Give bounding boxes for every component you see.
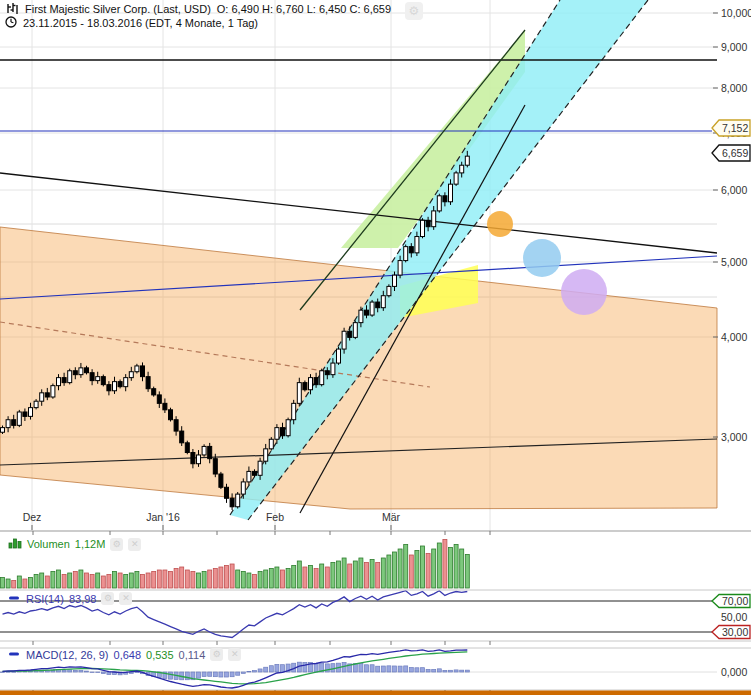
volume-bar bbox=[34, 575, 38, 589]
main-chart[interactable]: 10,0009,0008,0007,0006,0005,0004,0003,00… bbox=[0, 0, 751, 695]
volume-bar bbox=[62, 575, 66, 589]
volume-bar bbox=[449, 548, 453, 589]
volume-bar bbox=[432, 549, 436, 588]
candle-body bbox=[191, 452, 195, 463]
candle-body bbox=[292, 403, 296, 419]
macd-histogram-bar bbox=[219, 672, 223, 677]
volume-settings-button[interactable]: ⚙ bbox=[110, 538, 123, 551]
candle-body bbox=[40, 393, 44, 401]
volume-bar bbox=[73, 572, 77, 589]
chart-settings-button[interactable]: ⚙ bbox=[405, 2, 423, 20]
candle-body bbox=[393, 275, 397, 286]
candle-body bbox=[230, 498, 234, 506]
candle-body bbox=[51, 386, 55, 397]
date-range-label: 23.11.2015 - 18.03.2016 (EDT, 4 Monate, … bbox=[23, 17, 258, 29]
candle-body bbox=[152, 389, 156, 395]
volume-bar bbox=[353, 561, 357, 588]
candle-body bbox=[146, 377, 150, 389]
macd-histogram-bar bbox=[437, 669, 441, 672]
bottom-scroll-bar[interactable] bbox=[0, 691, 751, 695]
rsi-settings-button[interactable]: ⚙ bbox=[101, 592, 114, 605]
purple-marker-circle bbox=[561, 269, 607, 315]
volume-bar bbox=[370, 560, 374, 589]
candle-body bbox=[1, 428, 5, 433]
candle-body bbox=[409, 247, 413, 253]
rsi-value: 83,98 bbox=[69, 593, 97, 605]
macd-histogram-bar bbox=[230, 672, 234, 677]
rsi-level-tag: 70,00 bbox=[722, 595, 748, 607]
macd-close-button[interactable]: ✕ bbox=[228, 648, 241, 661]
rsi-close-button[interactable]: ✕ bbox=[119, 592, 132, 605]
orange-marker-circle bbox=[487, 211, 513, 237]
candle-body bbox=[174, 420, 178, 431]
volume-bar bbox=[45, 576, 49, 588]
price-axis-label: 6,000 bbox=[721, 184, 747, 196]
candle-body bbox=[247, 471, 251, 482]
volume-bar bbox=[409, 555, 413, 588]
candle-body bbox=[12, 420, 16, 426]
macd-histogram-bar bbox=[258, 669, 262, 672]
volume-bar bbox=[381, 558, 385, 588]
rsi-label: RSI(14) bbox=[26, 593, 64, 605]
volume-bar bbox=[213, 569, 217, 589]
volume-bar bbox=[96, 573, 100, 588]
candle-body bbox=[34, 401, 38, 407]
candle-body bbox=[96, 377, 100, 381]
month-label: Jan '16 bbox=[146, 511, 180, 523]
candle-body bbox=[101, 377, 105, 385]
candle-body bbox=[129, 372, 133, 378]
volume-bar bbox=[241, 572, 245, 589]
candle-body bbox=[113, 382, 117, 391]
macd-histogram-bar bbox=[241, 672, 245, 673]
volume-bar bbox=[286, 569, 290, 589]
charting-app-window: 10,0009,0008,0007,0006,0005,0004,0003,00… bbox=[0, 0, 751, 695]
volume-bar bbox=[191, 572, 195, 589]
volume-bar bbox=[163, 570, 167, 588]
candle-body bbox=[381, 296, 385, 308]
candle-body bbox=[415, 237, 419, 253]
blue-marker-circle bbox=[523, 239, 561, 277]
volume-bar bbox=[101, 576, 105, 588]
volume-bar bbox=[219, 567, 223, 588]
macd-histogram-bar bbox=[449, 670, 453, 672]
macd-histogram-bar bbox=[247, 671, 251, 672]
clock-icon bbox=[5, 16, 17, 30]
price-tag: 7,152 bbox=[722, 122, 748, 134]
volume-bar bbox=[57, 570, 61, 588]
volume-bar bbox=[264, 570, 268, 588]
candle-body bbox=[421, 220, 425, 236]
candle-body bbox=[353, 323, 357, 338]
volume-bar bbox=[180, 567, 184, 588]
candle-body bbox=[169, 410, 173, 420]
volume-bar bbox=[320, 564, 324, 588]
volume-bar bbox=[90, 575, 94, 589]
volume-bar bbox=[197, 573, 201, 588]
volume-bar bbox=[141, 575, 145, 589]
price-axis-label: 5,000 bbox=[721, 256, 747, 268]
macd-histogram-bar bbox=[68, 670, 72, 672]
macd-histogram-bar bbox=[281, 665, 285, 672]
volume-bar bbox=[297, 561, 301, 588]
volume-bar bbox=[169, 572, 173, 589]
volume-bar bbox=[23, 579, 27, 588]
candle-body bbox=[90, 373, 94, 381]
candle-body bbox=[17, 412, 21, 425]
volume-bar bbox=[225, 566, 229, 589]
volume-bar bbox=[236, 570, 240, 588]
macd-histogram-bar bbox=[79, 670, 83, 672]
volume-bar bbox=[387, 555, 391, 588]
volume-bar bbox=[258, 572, 262, 589]
month-label: Dez bbox=[23, 511, 42, 523]
volume-close-button[interactable]: ✕ bbox=[128, 538, 141, 551]
macd-histogram-bar bbox=[404, 666, 408, 672]
candle-body bbox=[437, 196, 441, 211]
volume-bar bbox=[314, 569, 318, 589]
volume-bar bbox=[118, 573, 122, 588]
macd-settings-button[interactable]: ⚙ bbox=[210, 648, 223, 661]
candle-body bbox=[348, 331, 352, 337]
macd-histogram-bar bbox=[225, 672, 229, 677]
macd-histogram-bar bbox=[365, 665, 369, 672]
candle-body bbox=[29, 408, 33, 417]
macd-histogram-bar bbox=[381, 666, 385, 672]
volume-label: Volumen bbox=[27, 538, 70, 550]
